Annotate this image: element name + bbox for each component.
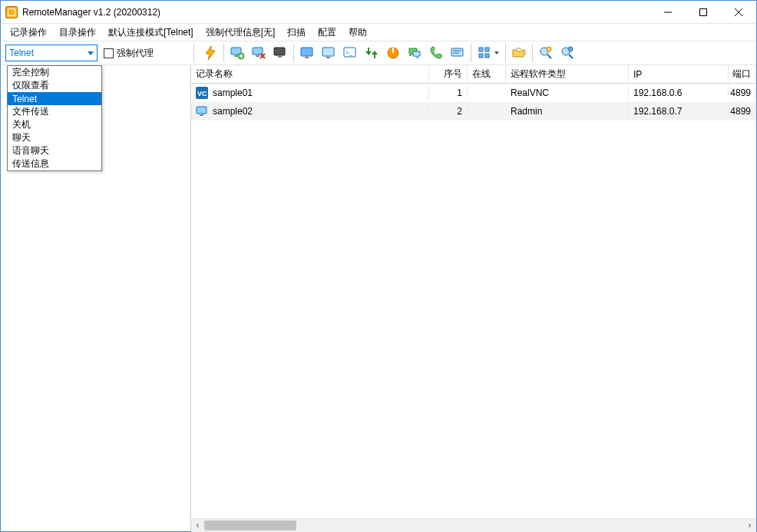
folders-icon[interactable] <box>509 43 529 63</box>
dropdown-item-view-only[interactable]: 仅限查看 <box>8 79 101 92</box>
svg-rect-6 <box>274 48 285 55</box>
svg-text:>_: >_ <box>345 49 353 56</box>
monitor-remove-icon[interactable] <box>249 43 269 63</box>
monitor-view-icon[interactable] <box>319 43 339 63</box>
grid-body: VC sample01 1 RealVNC 192.168.0.6 4899 s… <box>191 84 756 518</box>
svg-rect-0 <box>700 8 707 15</box>
dropdown-item-chat[interactable]: 聊天 <box>8 131 101 144</box>
toolbar-icons: >_ <box>197 43 578 63</box>
svg-rect-2 <box>234 55 238 57</box>
cell-type: Radmin <box>506 106 629 117</box>
checkbox-box <box>104 48 114 58</box>
svg-rect-28 <box>197 107 207 114</box>
svg-rect-17 <box>479 48 483 51</box>
svg-rect-20 <box>485 54 489 58</box>
app-icon <box>5 6 18 18</box>
lightning-icon[interactable] <box>200 43 220 63</box>
minimize-button[interactable] <box>650 1 686 24</box>
dropdown-item-send-message[interactable]: 传送信息 <box>8 157 101 170</box>
menu-config[interactable]: 配置 <box>313 25 341 41</box>
monitor-dark-icon[interactable] <box>270 43 290 63</box>
table-row[interactable]: sample02 2 Radmin 192.168.0.7 4899 <box>191 102 756 121</box>
svg-rect-15 <box>392 48 394 53</box>
mode-combo[interactable]: Telnet <box>5 45 98 61</box>
col-header-type[interactable]: 远程软件类型 <box>506 65 629 83</box>
force-proxy-label: 强制代理 <box>117 47 154 60</box>
titlebar: RemoteManager v1.2 (20200312) <box>1 1 756 24</box>
menu-folder-ops[interactable]: 目录操作 <box>55 25 101 41</box>
col-header-online[interactable]: 在线 <box>468 65 506 83</box>
dropdown-item-shutdown[interactable]: 关机 <box>8 118 101 131</box>
close-button[interactable] <box>721 1 756 24</box>
dropdown-item-full-control[interactable]: 完全控制 <box>8 66 101 79</box>
grid-header: 记录名称 序号 在线 远程软件类型 IP 端口 <box>191 65 756 84</box>
mode-combo-value: Telnet <box>9 48 34 58</box>
svg-text:C: C <box>202 90 207 97</box>
menu-scan[interactable]: 扫描 <box>283 25 310 41</box>
chevron-down-icon <box>88 51 94 55</box>
cell-name: sample02 <box>213 106 253 117</box>
cell-port: 4899 <box>729 88 756 98</box>
table-row[interactable]: VC sample01 1 RealVNC 192.168.0.6 4899 <box>191 84 756 102</box>
menu-help[interactable]: 帮助 <box>344 25 372 41</box>
grid-view-dropdown[interactable] <box>474 43 502 63</box>
svg-rect-7 <box>278 56 282 58</box>
radmin-icon <box>196 105 208 117</box>
message-icon[interactable] <box>448 43 468 63</box>
vnc-icon: VC <box>196 87 208 99</box>
scan-local-icon[interactable] <box>536 43 556 63</box>
sidebar: B D 完全控制 仅限查看 Telnet 文件传送 关机 聊天 语音聊天 传送信… <box>1 65 191 531</box>
scroll-thumb[interactable] <box>204 520 296 530</box>
monitor-add-icon[interactable] <box>227 43 247 63</box>
menu-record-ops[interactable]: 记录操作 <box>5 25 51 41</box>
app-window: RemoteManager v1.2 (20200312) 记录操作 目录操作 … <box>0 0 757 532</box>
dropdown-item-file-transfer[interactable]: 文件传送 <box>8 105 101 118</box>
cell-ip: 192.168.0.7 <box>629 106 729 117</box>
cell-type: RealVNC <box>506 88 629 98</box>
col-header-seq[interactable]: 序号 <box>429 65 468 83</box>
force-proxy-checkbox[interactable]: 强制代理 <box>104 47 154 60</box>
svg-rect-18 <box>485 48 489 51</box>
svg-rect-29 <box>200 114 203 116</box>
toolbar: Telnet 强制代理 >_ <box>1 41 756 65</box>
svg-rect-10 <box>322 48 334 56</box>
cell-seq: 1 <box>429 88 468 98</box>
dropdown-item-telnet[interactable]: Telnet <box>8 92 101 105</box>
dropdown-item-voice-chat[interactable]: 语音聊天 <box>8 144 101 157</box>
svg-rect-16 <box>451 48 463 56</box>
scroll-right-arrow[interactable]: › <box>743 519 756 532</box>
svg-rect-19 <box>479 54 483 58</box>
horizontal-scrollbar[interactable]: ‹ › <box>191 518 756 531</box>
window-title: RemoteManager v1.2 (20200312) <box>22 7 160 18</box>
cell-seq: 2 <box>429 106 468 117</box>
menu-default-mode[interactable]: 默认连接模式[Telnet] <box>104 25 198 41</box>
terminal-icon[interactable]: >_ <box>340 43 360 63</box>
scroll-track[interactable] <box>204 519 743 532</box>
cell-port: 4899 <box>729 106 756 117</box>
chat-icon[interactable] <box>405 43 425 63</box>
mode-dropdown-list[interactable]: 完全控制 仅限查看 Telnet 文件传送 关机 聊天 语音聊天 传送信息 <box>7 65 102 171</box>
power-icon[interactable] <box>383 43 403 63</box>
svg-rect-11 <box>326 57 330 58</box>
menubar: 记录操作 目录操作 默认连接模式[Telnet] 强制代理信息[无] 扫描 配置… <box>1 24 756 41</box>
cell-ip: 192.168.0.6 <box>629 88 729 98</box>
cell-name: sample01 <box>213 88 253 98</box>
body: B D 完全控制 仅限查看 Telnet 文件传送 关机 聊天 语音聊天 传送信… <box>1 65 756 531</box>
maximize-button[interactable] <box>686 1 721 24</box>
main-panel: 记录名称 序号 在线 远程软件类型 IP 端口 VC sample01 1 Re… <box>191 65 756 531</box>
scroll-left-arrow[interactable]: ‹ <box>191 519 204 532</box>
toolbar-left: Telnet 强制代理 <box>1 45 191 61</box>
svg-rect-9 <box>305 57 309 58</box>
svg-rect-8 <box>301 48 312 56</box>
transfer-icon[interactable] <box>362 43 382 63</box>
scan-global-icon[interactable] <box>557 43 577 63</box>
phone-icon[interactable] <box>426 43 446 63</box>
monitor-full-icon[interactable] <box>297 43 317 63</box>
col-header-port[interactable]: 端口 <box>729 65 756 83</box>
svg-rect-5 <box>256 55 259 57</box>
col-header-name[interactable]: 记录名称 <box>191 65 429 83</box>
menu-force-proxy[interactable]: 强制代理信息[无] <box>201 25 280 41</box>
svg-point-22 <box>547 47 551 51</box>
col-header-ip[interactable]: IP <box>629 65 729 83</box>
